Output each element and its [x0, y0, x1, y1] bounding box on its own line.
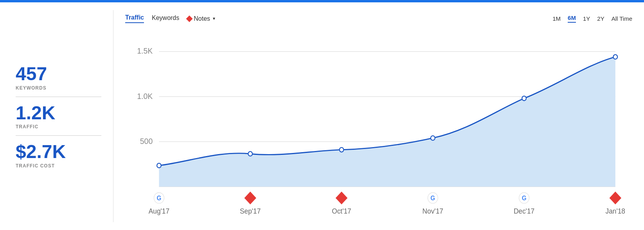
- time-filters: 1M 6M 1Y 2Y All Time: [552, 14, 632, 23]
- chevron-down-icon: ▼: [212, 16, 216, 21]
- x-label-dec: Dec'17: [514, 207, 534, 216]
- x-label-jan: Jan'18: [606, 207, 625, 216]
- traffic-cost-label: TRAFFIC COST: [16, 163, 101, 169]
- svg-text:1.5K: 1.5K: [137, 47, 153, 56]
- chart-area: 1.5K 1.0K 500 G: [125, 29, 632, 218]
- note-icon-sep: [244, 192, 256, 205]
- x-label-sep: Sep'17: [240, 207, 261, 216]
- chart-header: Traffic Keywords Notes ▼ 1M 6M 1Y 2Y All…: [125, 14, 632, 23]
- x-label-aug: Aug'17: [149, 207, 169, 216]
- left-panel: 457 KEYWORDS 1.2K TRAFFIC $2.7K TRAFFIC …: [0, 10, 113, 222]
- data-point-sep: [248, 151, 252, 156]
- time-filter-all-time[interactable]: All Time: [612, 15, 632, 22]
- traffic-stat: 1.2K TRAFFIC: [16, 97, 101, 136]
- data-point-jan: [613, 55, 617, 59]
- tab-keywords[interactable]: Keywords: [152, 14, 179, 23]
- chart-svg: 1.5K 1.0K 500 G: [125, 29, 632, 218]
- data-point-dec: [522, 96, 526, 101]
- chart-tabs: Traffic Keywords Notes ▼: [125, 14, 216, 23]
- traffic-cost-value: $2.7K: [16, 142, 101, 162]
- right-panel: Traffic Keywords Notes ▼ 1M 6M 1Y 2Y All…: [113, 10, 644, 222]
- traffic-label: TRAFFIC: [16, 124, 101, 129]
- tab-traffic[interactable]: Traffic: [125, 14, 144, 23]
- svg-text:G: G: [430, 194, 435, 201]
- traffic-value: 1.2K: [16, 103, 101, 124]
- diamond-icon: [186, 15, 193, 22]
- time-filter-2y[interactable]: 2Y: [597, 15, 604, 22]
- note-icon-jan: [610, 192, 622, 205]
- traffic-cost-stat: $2.7K TRAFFIC COST: [16, 136, 101, 174]
- x-label-nov: Nov'17: [423, 207, 443, 216]
- svg-text:G: G: [522, 194, 527, 201]
- main-content: 457 KEYWORDS 1.2K TRAFFIC $2.7K TRAFFIC …: [0, 2, 644, 230]
- note-icon-oct: [336, 192, 348, 205]
- svg-text:500: 500: [140, 137, 153, 146]
- data-point-aug: [157, 163, 161, 168]
- notes-label: Notes: [194, 15, 210, 22]
- time-filter-1m[interactable]: 1M: [552, 15, 561, 22]
- x-label-oct: Oct'17: [332, 207, 351, 216]
- chart-fill: [159, 57, 615, 187]
- keywords-value: 457: [16, 64, 101, 84]
- keywords-stat: 457 KEYWORDS: [16, 58, 101, 97]
- time-filter-6m[interactable]: 6M: [568, 14, 576, 23]
- data-point-nov: [431, 136, 435, 140]
- svg-text:G: G: [157, 194, 162, 201]
- data-point-oct: [340, 147, 344, 152]
- notes-tab[interactable]: Notes ▼: [187, 15, 216, 22]
- time-filter-1y[interactable]: 1Y: [583, 15, 590, 22]
- svg-text:1.0K: 1.0K: [137, 92, 153, 101]
- keywords-label: KEYWORDS: [16, 85, 101, 91]
